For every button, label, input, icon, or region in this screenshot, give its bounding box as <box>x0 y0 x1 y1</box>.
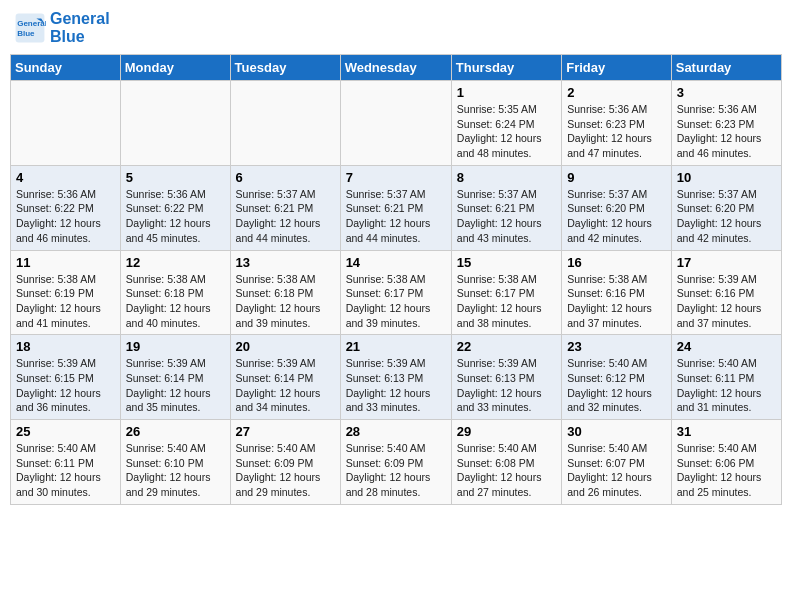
day-number: 10 <box>677 170 776 185</box>
day-detail: Sunrise: 5:38 AM Sunset: 6:18 PM Dayligh… <box>126 272 225 331</box>
day-number: 3 <box>677 85 776 100</box>
day-detail: Sunrise: 5:37 AM Sunset: 6:21 PM Dayligh… <box>346 187 446 246</box>
day-number: 14 <box>346 255 446 270</box>
calendar-week-row: 18Sunrise: 5:39 AM Sunset: 6:15 PM Dayli… <box>11 335 782 420</box>
weekday-header-wednesday: Wednesday <box>340 55 451 81</box>
calendar-cell: 8Sunrise: 5:37 AM Sunset: 6:21 PM Daylig… <box>451 165 561 250</box>
logo: General Blue General Blue <box>14 10 110 46</box>
weekday-header-row: SundayMondayTuesdayWednesdayThursdayFrid… <box>11 55 782 81</box>
day-detail: Sunrise: 5:40 AM Sunset: 6:09 PM Dayligh… <box>236 441 335 500</box>
calendar-table: SundayMondayTuesdayWednesdayThursdayFrid… <box>10 54 782 505</box>
day-detail: Sunrise: 5:40 AM Sunset: 6:10 PM Dayligh… <box>126 441 225 500</box>
weekday-header-tuesday: Tuesday <box>230 55 340 81</box>
day-detail: Sunrise: 5:38 AM Sunset: 6:17 PM Dayligh… <box>457 272 556 331</box>
calendar-cell: 30Sunrise: 5:40 AM Sunset: 6:07 PM Dayli… <box>562 420 672 505</box>
weekday-header-thursday: Thursday <box>451 55 561 81</box>
calendar-cell: 16Sunrise: 5:38 AM Sunset: 6:16 PM Dayli… <box>562 250 672 335</box>
day-number: 15 <box>457 255 556 270</box>
day-detail: Sunrise: 5:38 AM Sunset: 6:17 PM Dayligh… <box>346 272 446 331</box>
calendar-cell: 18Sunrise: 5:39 AM Sunset: 6:15 PM Dayli… <box>11 335 121 420</box>
day-number: 29 <box>457 424 556 439</box>
calendar-cell: 23Sunrise: 5:40 AM Sunset: 6:12 PM Dayli… <box>562 335 672 420</box>
day-number: 30 <box>567 424 666 439</box>
day-number: 21 <box>346 339 446 354</box>
day-number: 23 <box>567 339 666 354</box>
day-detail: Sunrise: 5:38 AM Sunset: 6:16 PM Dayligh… <box>567 272 666 331</box>
day-number: 9 <box>567 170 666 185</box>
day-detail: Sunrise: 5:36 AM Sunset: 6:22 PM Dayligh… <box>126 187 225 246</box>
day-number: 12 <box>126 255 225 270</box>
calendar-cell: 4Sunrise: 5:36 AM Sunset: 6:22 PM Daylig… <box>11 165 121 250</box>
day-detail: Sunrise: 5:40 AM Sunset: 6:09 PM Dayligh… <box>346 441 446 500</box>
calendar-week-row: 4Sunrise: 5:36 AM Sunset: 6:22 PM Daylig… <box>11 165 782 250</box>
day-number: 4 <box>16 170 115 185</box>
day-detail: Sunrise: 5:36 AM Sunset: 6:23 PM Dayligh… <box>677 102 776 161</box>
calendar-cell: 21Sunrise: 5:39 AM Sunset: 6:13 PM Dayli… <box>340 335 451 420</box>
calendar-cell: 2Sunrise: 5:36 AM Sunset: 6:23 PM Daylig… <box>562 81 672 166</box>
day-detail: Sunrise: 5:37 AM Sunset: 6:20 PM Dayligh… <box>567 187 666 246</box>
calendar-body: 1Sunrise: 5:35 AM Sunset: 6:24 PM Daylig… <box>11 81 782 505</box>
day-detail: Sunrise: 5:36 AM Sunset: 6:23 PM Dayligh… <box>567 102 666 161</box>
calendar-cell: 7Sunrise: 5:37 AM Sunset: 6:21 PM Daylig… <box>340 165 451 250</box>
calendar-cell: 20Sunrise: 5:39 AM Sunset: 6:14 PM Dayli… <box>230 335 340 420</box>
day-number: 26 <box>126 424 225 439</box>
day-detail: Sunrise: 5:37 AM Sunset: 6:21 PM Dayligh… <box>457 187 556 246</box>
day-detail: Sunrise: 5:40 AM Sunset: 6:11 PM Dayligh… <box>677 356 776 415</box>
calendar-cell: 15Sunrise: 5:38 AM Sunset: 6:17 PM Dayli… <box>451 250 561 335</box>
svg-text:Blue: Blue <box>17 29 35 38</box>
day-number: 13 <box>236 255 335 270</box>
calendar-cell: 11Sunrise: 5:38 AM Sunset: 6:19 PM Dayli… <box>11 250 121 335</box>
calendar-cell: 1Sunrise: 5:35 AM Sunset: 6:24 PM Daylig… <box>451 81 561 166</box>
calendar-cell: 13Sunrise: 5:38 AM Sunset: 6:18 PM Dayli… <box>230 250 340 335</box>
day-number: 6 <box>236 170 335 185</box>
day-number: 18 <box>16 339 115 354</box>
calendar-cell: 19Sunrise: 5:39 AM Sunset: 6:14 PM Dayli… <box>120 335 230 420</box>
calendar-cell: 22Sunrise: 5:39 AM Sunset: 6:13 PM Dayli… <box>451 335 561 420</box>
day-detail: Sunrise: 5:40 AM Sunset: 6:11 PM Dayligh… <box>16 441 115 500</box>
calendar-cell: 27Sunrise: 5:40 AM Sunset: 6:09 PM Dayli… <box>230 420 340 505</box>
calendar-cell: 12Sunrise: 5:38 AM Sunset: 6:18 PM Dayli… <box>120 250 230 335</box>
weekday-header-friday: Friday <box>562 55 672 81</box>
day-number: 7 <box>346 170 446 185</box>
calendar-cell: 31Sunrise: 5:40 AM Sunset: 6:06 PM Dayli… <box>671 420 781 505</box>
weekday-header-monday: Monday <box>120 55 230 81</box>
calendar-cell <box>340 81 451 166</box>
day-detail: Sunrise: 5:37 AM Sunset: 6:20 PM Dayligh… <box>677 187 776 246</box>
day-detail: Sunrise: 5:38 AM Sunset: 6:19 PM Dayligh… <box>16 272 115 331</box>
calendar-week-row: 11Sunrise: 5:38 AM Sunset: 6:19 PM Dayli… <box>11 250 782 335</box>
day-detail: Sunrise: 5:38 AM Sunset: 6:18 PM Dayligh… <box>236 272 335 331</box>
day-number: 8 <box>457 170 556 185</box>
calendar-cell: 5Sunrise: 5:36 AM Sunset: 6:22 PM Daylig… <box>120 165 230 250</box>
calendar-cell: 6Sunrise: 5:37 AM Sunset: 6:21 PM Daylig… <box>230 165 340 250</box>
calendar-cell <box>120 81 230 166</box>
calendar-cell: 3Sunrise: 5:36 AM Sunset: 6:23 PM Daylig… <box>671 81 781 166</box>
day-detail: Sunrise: 5:40 AM Sunset: 6:12 PM Dayligh… <box>567 356 666 415</box>
day-detail: Sunrise: 5:40 AM Sunset: 6:08 PM Dayligh… <box>457 441 556 500</box>
calendar-week-row: 1Sunrise: 5:35 AM Sunset: 6:24 PM Daylig… <box>11 81 782 166</box>
calendar-cell: 10Sunrise: 5:37 AM Sunset: 6:20 PM Dayli… <box>671 165 781 250</box>
calendar-cell <box>11 81 121 166</box>
day-detail: Sunrise: 5:36 AM Sunset: 6:22 PM Dayligh… <box>16 187 115 246</box>
weekday-header-sunday: Sunday <box>11 55 121 81</box>
day-detail: Sunrise: 5:40 AM Sunset: 6:07 PM Dayligh… <box>567 441 666 500</box>
day-number: 17 <box>677 255 776 270</box>
calendar-week-row: 25Sunrise: 5:40 AM Sunset: 6:11 PM Dayli… <box>11 420 782 505</box>
day-detail: Sunrise: 5:39 AM Sunset: 6:13 PM Dayligh… <box>457 356 556 415</box>
day-detail: Sunrise: 5:39 AM Sunset: 6:15 PM Dayligh… <box>16 356 115 415</box>
day-detail: Sunrise: 5:39 AM Sunset: 6:14 PM Dayligh… <box>236 356 335 415</box>
day-detail: Sunrise: 5:39 AM Sunset: 6:13 PM Dayligh… <box>346 356 446 415</box>
day-number: 1 <box>457 85 556 100</box>
day-number: 19 <box>126 339 225 354</box>
day-number: 28 <box>346 424 446 439</box>
day-number: 2 <box>567 85 666 100</box>
day-detail: Sunrise: 5:39 AM Sunset: 6:14 PM Dayligh… <box>126 356 225 415</box>
calendar-cell: 14Sunrise: 5:38 AM Sunset: 6:17 PM Dayli… <box>340 250 451 335</box>
day-number: 22 <box>457 339 556 354</box>
logo-text: General Blue <box>50 10 110 46</box>
calendar-cell: 29Sunrise: 5:40 AM Sunset: 6:08 PM Dayli… <box>451 420 561 505</box>
day-number: 27 <box>236 424 335 439</box>
calendar-cell: 9Sunrise: 5:37 AM Sunset: 6:20 PM Daylig… <box>562 165 672 250</box>
day-number: 25 <box>16 424 115 439</box>
calendar-cell <box>230 81 340 166</box>
day-detail: Sunrise: 5:40 AM Sunset: 6:06 PM Dayligh… <box>677 441 776 500</box>
